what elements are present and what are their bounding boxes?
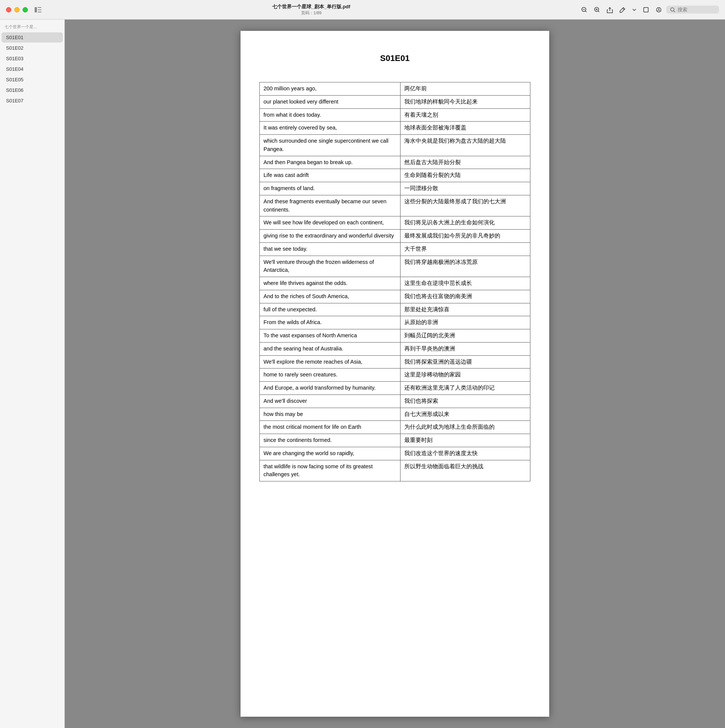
subtitle-en: since the continents formed. [260, 434, 401, 447]
subtitle-en: on fragments of land. [260, 182, 401, 195]
subtitle-en: We will see how life developed on each c… [260, 216, 401, 229]
subtitle-en: giving rise to the extraordinary and won… [260, 229, 401, 243]
search-input[interactable] [678, 7, 715, 12]
subtitle-zh: 最终发展成我们如今所见的非凡奇妙的 [400, 229, 530, 243]
sidebar-item-s01e03[interactable]: S01E03 [2, 54, 63, 64]
fullscreen-button[interactable] [23, 7, 28, 12]
redact-button[interactable]: A [653, 5, 664, 14]
table-row: And these fragments eventually became ou… [260, 195, 531, 216]
sidebar-item-s01e02[interactable]: S01E02 [2, 43, 63, 53]
subtitle-zh: 我们将探索亚洲的遥远边疆 [400, 355, 530, 369]
subtitle-zh: 还有欧洲这里充满了人类活动的印记 [400, 382, 530, 395]
table-row: from what it does today.有着天壤之别 [260, 109, 531, 122]
subtitle-en: From the wilds of Africa. [260, 316, 401, 329]
table-row: our planet looked very different我们地球的样貌同… [260, 95, 531, 109]
annotate-button[interactable] [617, 5, 628, 14]
subtitle-en: We'll venture through the frozen wildern… [260, 255, 401, 277]
subtitle-zh: 为什么此时成为地球上生命所面临的 [400, 421, 530, 434]
svg-rect-0 [35, 7, 37, 12]
sidebar-item-s01e07[interactable]: S01E07 [2, 96, 63, 106]
titlebar: 七个世界一个星球_剧本_单行版.pdf 页码：1/89 A [0, 0, 725, 20]
subtitle-zh: 这里是珍稀动物的家园 [400, 369, 530, 382]
annotate-dropdown-button[interactable] [630, 7, 638, 12]
zoom-in-button[interactable] [592, 5, 602, 14]
subtitle-zh: 然后盘古大陆开始分裂 [400, 156, 530, 169]
subtitle-zh: 两亿年前 [400, 83, 530, 96]
subtitle-zh: 所以野生动物面临着巨大的挑战 [400, 460, 530, 482]
subtitle-en: Life was cast adrift [260, 169, 401, 182]
table-row: And we'll discover我们也将探索 [260, 395, 531, 408]
subtitle-zh: 到幅员辽阔的北美洲 [400, 329, 530, 343]
table-row: and the searing heat of Australia.再到干旱炎热… [260, 342, 531, 355]
crop-button[interactable] [641, 5, 651, 14]
svg-text:A: A [658, 8, 660, 12]
table-row: which surrounded one single supercontine… [260, 135, 531, 156]
table-row: 200 million years ago,两亿年前 [260, 83, 531, 96]
subtitle-en: and the searing heat of Australia. [260, 342, 401, 355]
sidebar-toggle-button[interactable] [32, 6, 44, 14]
subtitle-en: To the vast expanses of North America [260, 329, 401, 343]
close-button[interactable] [6, 7, 11, 12]
subtitle-en: our planet looked very different [260, 95, 401, 109]
subtitle-zh: 那里处处充满惊喜 [400, 303, 530, 316]
svg-rect-2 [38, 9, 41, 10]
subtitle-en: And these fragments eventually became ou… [260, 195, 401, 216]
subtitle-en: where life thrives against the odds. [260, 277, 401, 290]
sidebar-item-s01e06[interactable]: S01E06 [2, 85, 63, 95]
table-row: that wildlife is now facing some of its … [260, 460, 531, 482]
table-row: Life was cast adrift生命则随着分裂的大陆 [260, 169, 531, 182]
subtitle-zh: 从原始的非洲 [400, 316, 530, 329]
toolbar-right: A [579, 5, 719, 15]
svg-rect-3 [38, 12, 41, 12]
subtitle-en: 200 million years ago, [260, 83, 401, 96]
subtitle-zh: 生命则随着分裂的大陆 [400, 169, 530, 182]
subtitle-zh: 大千世界 [400, 242, 530, 255]
table-row: And to the riches of South America,我们也将去… [260, 290, 531, 303]
table-row: the most critical moment for life on Ear… [260, 421, 531, 434]
subtitle-zh: 这里生命在逆境中茁长成长 [400, 277, 530, 290]
sidebar-item-s01e04[interactable]: S01E04 [2, 64, 63, 74]
subtitle-zh: 地球表面全部被海洋覆盖 [400, 122, 530, 135]
subtitle-en: that we see today. [260, 242, 401, 255]
subtitle-en: which surrounded one single supercontine… [260, 135, 401, 156]
subtitle-en: We are changing the world so rapidly, [260, 447, 401, 460]
subtitle-en: And Europe, a world transformed by human… [260, 382, 401, 395]
subtitle-zh: 最重要时刻 [400, 434, 530, 447]
svg-line-10 [598, 11, 599, 12]
table-row: And Europe, a world transformed by human… [260, 382, 531, 395]
subtitle-zh: 自七大洲形成以来 [400, 408, 530, 421]
zoom-out-button[interactable] [579, 5, 589, 14]
table-row: From the wilds of Africa.从原始的非洲 [260, 316, 531, 329]
pdf-document-title: S01E01 [259, 54, 531, 63]
sidebar: 七个世界一个星... S01E01S01E02S01E03S01E04S01E0… [0, 20, 65, 728]
table-row: how this may be自七大洲形成以来 [260, 408, 531, 421]
minimize-button[interactable] [14, 7, 20, 12]
svg-rect-1 [38, 7, 41, 8]
sidebar-item-s01e05[interactable]: S01E05 [2, 75, 63, 85]
table-row: where life thrives against the odds.这里生命… [260, 277, 531, 290]
sidebar-item-s01e01[interactable]: S01E01 [2, 32, 63, 43]
subtitle-en: It was entirely covered by sea, [260, 122, 401, 135]
pdf-viewer[interactable]: S01E01 200 million years ago,两亿年前our pla… [65, 20, 725, 728]
svg-line-6 [585, 11, 586, 12]
subtitle-zh: 我们将见识各大洲上的生命如何演化 [400, 216, 530, 229]
subtitle-en: And then Pangea began to break up. [260, 156, 401, 169]
search-box[interactable] [666, 6, 719, 14]
subtitle-en: And to the riches of South America, [260, 290, 401, 303]
table-row: on fragments of land.一同漂移分散 [260, 182, 531, 195]
subtitle-en: how this may be [260, 408, 401, 421]
subtitle-en: And we'll discover [260, 395, 401, 408]
subtitle-zh: 我们将穿越南极洲的冰冻荒原 [400, 255, 530, 277]
table-row: We will see how life developed on each c… [260, 216, 531, 229]
subtitle-zh: 我们也将探索 [400, 395, 530, 408]
share-button[interactable] [604, 5, 615, 15]
table-row: To the vast expanses of North America到幅员… [260, 329, 531, 343]
subtitle-zh: 我们改造这个世界的速度太快 [400, 447, 530, 460]
page-indicator: 页码：1/89 [301, 10, 321, 16]
subtitle-zh: 这些分裂的大陆最终形成了我们的七大洲 [400, 195, 530, 216]
main-area: 七个世界一个星... S01E01S01E02S01E03S01E04S01E0… [0, 20, 725, 728]
svg-rect-13 [644, 8, 648, 12]
table-row: And then Pangea began to break up.然后盘古大陆… [260, 156, 531, 169]
table-row: We are changing the world so rapidly,我们改… [260, 447, 531, 460]
subtitle-en: from what it does today. [260, 109, 401, 122]
